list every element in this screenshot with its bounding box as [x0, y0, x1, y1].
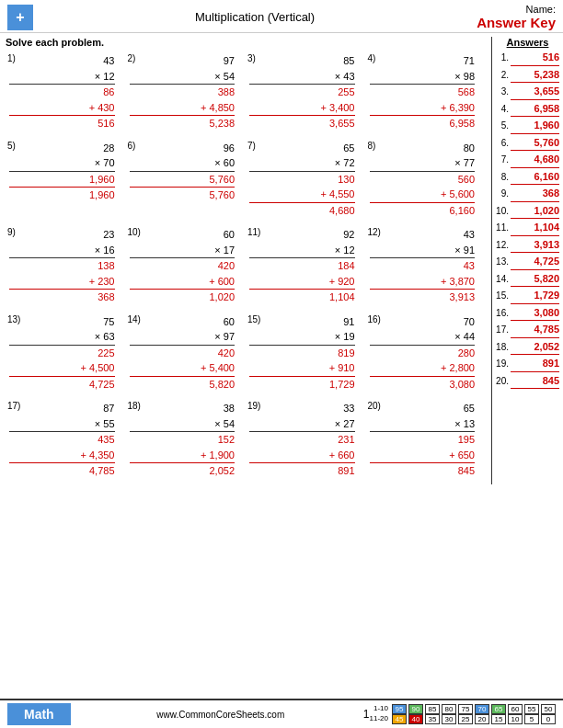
problem-inner-7: 65× 72130+ 4,5504,680: [249, 141, 362, 219]
result: 3,080: [449, 377, 475, 392]
footer-stats: 1-10 95 90 85 80 75 70 65 60 55 50 11-20…: [370, 704, 556, 724]
problem-inner-20: 65× 13195+ 650845: [370, 401, 483, 479]
problem-inner-10: 60× 17420+ 6001,020: [130, 227, 243, 305]
answer-item-12: 12.3,913: [496, 237, 559, 254]
problem-4: 4)71× 98568+ 6,3906,958: [366, 51, 487, 137]
stats-label-2: 11-20: [370, 714, 388, 724]
partial2: + 4,350: [9, 448, 115, 464]
multiplier: × 55: [9, 416, 115, 433]
multiplier: × 63: [9, 329, 115, 346]
answer-value: 1,104: [511, 220, 559, 236]
problem-inner-16: 70× 44280+ 2,8003,080: [370, 314, 483, 392]
result: 368: [98, 290, 114, 305]
partial2: + 430: [9, 100, 115, 117]
partial2: + 4,850: [130, 100, 236, 117]
result: 2,052: [209, 463, 235, 479]
partial1: 86: [103, 85, 114, 100]
answer-item-16: 16.3,080: [496, 305, 559, 322]
partial2: + 3,870: [370, 274, 476, 290]
partial2: + 650: [370, 448, 476, 464]
answer-value: 4,725: [511, 254, 559, 270]
multiplier: × 12: [249, 243, 355, 259]
answer-num-label: 13.: [496, 255, 509, 268]
multiplier: × 44: [370, 329, 476, 346]
answer-num-label: 8.: [496, 170, 509, 184]
result: 6,160: [449, 203, 475, 219]
stats-label-1: 1-10: [373, 704, 388, 714]
problem-1: 1)43× 1286+ 430516: [6, 51, 126, 137]
problem-num-14: 14): [128, 314, 141, 324]
problem-inner-13: 75× 63225+ 4,5004,725: [9, 314, 122, 392]
footer-page: 1: [363, 708, 370, 721]
result: 3,913: [449, 290, 475, 305]
answer-num-label: 7.: [496, 153, 509, 166]
result: 1,960: [89, 188, 115, 203]
answer-value: 2,052: [511, 339, 559, 356]
answer-item-6: 6.5,760: [496, 135, 559, 152]
partial2: + 5,600: [370, 187, 476, 203]
multiplier: × 77: [370, 155, 476, 172]
answer-num-label: 3.: [496, 85, 509, 98]
problem-7: 7)65× 72130+ 4,5504,680: [246, 139, 366, 224]
problem-num-7: 7): [247, 141, 256, 151]
multiplier: × 54: [130, 69, 236, 85]
multiplier: × 60: [130, 155, 236, 172]
answer-num-label: 11.: [496, 221, 509, 234]
answer-num-label: 5.: [496, 119, 509, 132]
answer-num-label: 20.: [496, 374, 509, 388]
top-num: 70: [464, 314, 475, 330]
partial2: + 660: [249, 448, 355, 464]
problem-inner-8: 80× 77560+ 5,6006,160: [370, 141, 483, 219]
problem-num-19: 19): [247, 401, 260, 411]
answer-num-label: 9.: [496, 187, 509, 200]
answer-item-13: 13.4,725: [496, 254, 559, 270]
problem-8: 8)80× 77560+ 5,6006,160: [366, 139, 487, 224]
answer-item-5: 5.1,960: [496, 118, 559, 134]
answer-item-3: 3.3,655: [496, 84, 559, 100]
answer-value: 1,960: [511, 118, 559, 134]
partial1: 568: [458, 85, 475, 100]
result: 4,725: [89, 377, 115, 392]
answer-value: 5,820: [511, 271, 559, 288]
top-num: 91: [343, 314, 354, 330]
answer-value: 891: [511, 356, 559, 372]
partial2: + 910: [249, 360, 355, 377]
problem-num-13: 13): [7, 314, 20, 324]
partial1: 184: [338, 258, 354, 274]
answer-num-label: 17.: [496, 323, 509, 336]
top-num: 96: [224, 141, 235, 156]
top-num: 71: [464, 53, 475, 69]
answer-item-4: 4.6,958: [496, 101, 559, 118]
multiplier: × 70: [9, 155, 115, 172]
multiplier: × 19: [249, 329, 355, 346]
top-num: 33: [343, 401, 354, 416]
problem-5: 5)28× 701,9601,960: [6, 139, 126, 224]
result: 891: [338, 463, 354, 479]
answer-item-2: 2.5,238: [496, 67, 559, 84]
top-num: 92: [343, 227, 354, 243]
problem-15: 15)91× 19819+ 9101,729: [246, 313, 366, 398]
answer-item-20: 20.845: [496, 373, 559, 390]
answer-num-label: 14.: [496, 272, 509, 286]
partial1: 435: [98, 432, 114, 448]
answer-value: 6,160: [511, 169, 559, 186]
answers-header: Answers: [496, 37, 559, 48]
answer-item-11: 11.1,104: [496, 220, 559, 236]
partial1: 420: [218, 346, 235, 361]
problem-inner-18: 38× 54152+ 1,9002,052: [130, 401, 243, 479]
problem-inner-14: 60× 97420+ 5,4005,820: [130, 314, 243, 392]
problem-inner-11: 92× 12184+ 9201,104: [249, 227, 362, 305]
problem-inner-15: 91× 19819+ 9101,729: [249, 314, 362, 392]
footer-math-label: Math: [7, 703, 71, 725]
page-title: Multiplication (Vertical): [33, 10, 477, 24]
problem-17: 17)87× 55435+ 4,3504,785: [6, 399, 126, 484]
answer-num-label: 4.: [496, 102, 509, 116]
problem-2: 2)97× 54388+ 4,8505,238: [126, 51, 247, 137]
answer-value: 4,680: [511, 152, 559, 168]
answer-num-label: 15.: [496, 289, 509, 302]
partial2: + 230: [9, 274, 115, 290]
problem-inner-4: 71× 98568+ 6,3906,958: [370, 53, 483, 131]
partial1: 280: [458, 346, 475, 361]
answer-value: 5,238: [511, 67, 559, 84]
top-num: 65: [464, 401, 475, 416]
